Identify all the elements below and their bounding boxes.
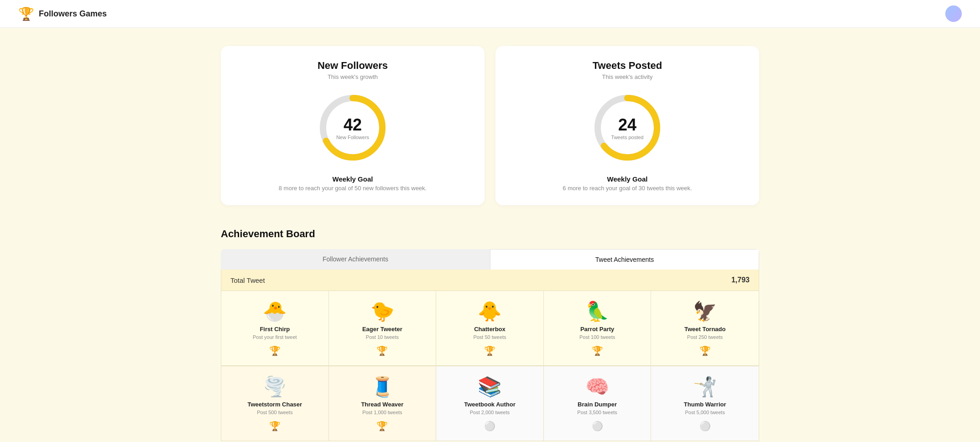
- tweets-posted-card: Tweets Posted This week's activity 24 Tw…: [495, 46, 759, 205]
- achievement-grid-row1: 🐣 First Chirp Post your first tweet 🏆 🐤 …: [221, 291, 759, 366]
- thread-weaver-emoji: 🧵: [336, 377, 429, 396]
- new-followers-goal-text: 8 more to reach your goal of 50 new foll…: [239, 185, 466, 192]
- eager-tweeter-emoji: 🐤: [336, 302, 429, 321]
- new-followers-subtitle: This week's growth: [239, 73, 466, 80]
- chatterbox-trophy: 🏆: [484, 346, 495, 356]
- tab-tweet-achievements[interactable]: Tweet Achievements: [490, 249, 759, 270]
- brain-dumper-trophy: ⚪: [592, 421, 603, 431]
- tweets-posted-goal-title: Weekly Goal: [514, 175, 741, 183]
- avatar-image: [945, 5, 962, 22]
- tweet-tornado-emoji: 🦅: [658, 302, 751, 321]
- thumb-warrior-emoji: 🤺: [658, 377, 751, 396]
- tweets-posted-center: 24 Tweets posted: [611, 115, 644, 140]
- achievement-tweet-tornado: 🦅 Tweet Tornado Post 250 tweets 🏆: [651, 291, 759, 366]
- tweets-posted-label: Tweets posted: [611, 135, 644, 140]
- avatar[interactable]: [945, 5, 962, 22]
- tweets-posted-title: Tweets Posted: [514, 60, 741, 72]
- parrot-party-name: Parrot Party: [551, 326, 644, 333]
- tweetstorm-chaser-name: Tweetstorm Chaser: [229, 401, 321, 408]
- achievement-tabs: Follower Achievements Tweet Achievements: [221, 249, 759, 270]
- first-chirp-desc: Post your first tweet: [229, 334, 321, 340]
- parrot-party-desc: Post 100 tweets: [551, 334, 644, 340]
- tweets-posted-value: 24: [611, 115, 644, 135]
- achievement-eager-tweeter: 🐤 Eager Tweeter Post 10 tweets 🏆: [329, 291, 437, 366]
- achievement-thumb-warrior: 🤺 Thumb Warrior Post 5,000 tweets ⚪: [651, 366, 759, 441]
- achievement-grid-row2: 🌪️ Tweetstorm Chaser Post 500 tweets 🏆 🧵…: [221, 366, 759, 441]
- main-content: New Followers This week's growth 42 New …: [207, 28, 773, 442]
- first-chirp-name: First Chirp: [229, 326, 321, 333]
- new-followers-center: 42 New Followers: [336, 115, 369, 140]
- app-title: Followers Games: [39, 9, 107, 19]
- parrot-party-trophy: 🏆: [592, 346, 603, 356]
- total-label: Total Tweet: [230, 276, 265, 284]
- thumb-warrior-name: Thumb Warrior: [658, 401, 751, 408]
- tweet-tornado-name: Tweet Tornado: [658, 326, 751, 333]
- thread-weaver-trophy: 🏆: [376, 421, 388, 431]
- thumb-warrior-desc: Post 5,000 tweets: [658, 410, 751, 415]
- tweetstorm-chaser-trophy: 🏆: [269, 421, 281, 431]
- tweetbook-author-desc: Post 2,000 tweets: [443, 410, 536, 415]
- achievement-board-title: Achievement Board: [221, 228, 759, 240]
- achievement-tweetbook-author: 📚 Tweetbook Author Post 2,000 tweets ⚪: [436, 366, 544, 441]
- logo-icon: 🏆: [18, 6, 34, 21]
- header-left: 🏆 Followers Games: [18, 6, 107, 21]
- first-chirp-emoji: 🐣: [229, 302, 321, 321]
- eager-tweeter-name: Eager Tweeter: [336, 326, 429, 333]
- total-row: Total Tweet 1,793: [221, 270, 759, 291]
- tweets-posted-donut: 24 Tweets posted: [591, 91, 664, 164]
- tweetbook-author-trophy: ⚪: [484, 421, 495, 431]
- chatterbox-desc: Post 50 tweets: [443, 334, 536, 340]
- new-followers-chart: 42 New Followers: [239, 91, 466, 164]
- brain-dumper-desc: Post 3,500 tweets: [551, 410, 644, 415]
- achievement-chatterbox: 🐥 Chatterbox Post 50 tweets 🏆: [436, 291, 544, 366]
- new-followers-card: New Followers This week's growth 42 New …: [221, 46, 485, 205]
- tweets-posted-subtitle: This week's activity: [514, 73, 741, 80]
- tweetbook-author-emoji: 📚: [443, 377, 536, 396]
- parrot-party-emoji: 🦜: [551, 302, 644, 321]
- new-followers-title: New Followers: [239, 60, 466, 72]
- header: 🏆 Followers Games: [0, 0, 980, 28]
- total-value: 1,793: [731, 276, 750, 284]
- tweets-posted-chart: 24 Tweets posted: [514, 91, 741, 164]
- achievement-board: Achievement Board Follower Achievements …: [221, 228, 759, 441]
- thread-weaver-name: Thread Weaver: [336, 401, 429, 408]
- achievement-tweetstorm-chaser: 🌪️ Tweetstorm Chaser Post 500 tweets 🏆: [221, 366, 329, 441]
- thumb-warrior-trophy: ⚪: [699, 421, 711, 431]
- achievement-first-chirp: 🐣 First Chirp Post your first tweet 🏆: [221, 291, 329, 366]
- tweetstorm-chaser-emoji: 🌪️: [229, 377, 321, 396]
- new-followers-donut: 42 New Followers: [316, 91, 389, 164]
- thread-weaver-desc: Post 1,000 tweets: [336, 410, 429, 415]
- chatterbox-name: Chatterbox: [443, 326, 536, 333]
- achievement-brain-dumper: 🧠 Brain Dumper Post 3,500 tweets ⚪: [544, 366, 652, 441]
- brain-dumper-name: Brain Dumper: [551, 401, 644, 408]
- tweet-tornado-trophy: 🏆: [699, 346, 711, 356]
- tweetbook-author-name: Tweetbook Author: [443, 401, 536, 408]
- eager-tweeter-desc: Post 10 tweets: [336, 334, 429, 340]
- new-followers-goal-title: Weekly Goal: [239, 175, 466, 183]
- tweet-tornado-desc: Post 250 tweets: [658, 334, 751, 340]
- tweets-posted-goal-text: 6 more to reach your goal of 30 tweets t…: [514, 185, 741, 192]
- new-followers-label: New Followers: [336, 135, 369, 140]
- brain-dumper-emoji: 🧠: [551, 377, 644, 396]
- eager-tweeter-trophy: 🏆: [376, 346, 388, 356]
- achievement-parrot-party: 🦜 Parrot Party Post 100 tweets 🏆: [544, 291, 652, 366]
- new-followers-value: 42: [336, 115, 369, 135]
- tab-follower-achievements[interactable]: Follower Achievements: [221, 249, 490, 270]
- achievement-thread-weaver: 🧵 Thread Weaver Post 1,000 tweets 🏆: [329, 366, 437, 441]
- stats-row: New Followers This week's growth 42 New …: [221, 46, 759, 205]
- first-chirp-trophy: 🏆: [269, 346, 281, 356]
- tweetstorm-chaser-desc: Post 500 tweets: [229, 410, 321, 415]
- chatterbox-emoji: 🐥: [443, 302, 536, 321]
